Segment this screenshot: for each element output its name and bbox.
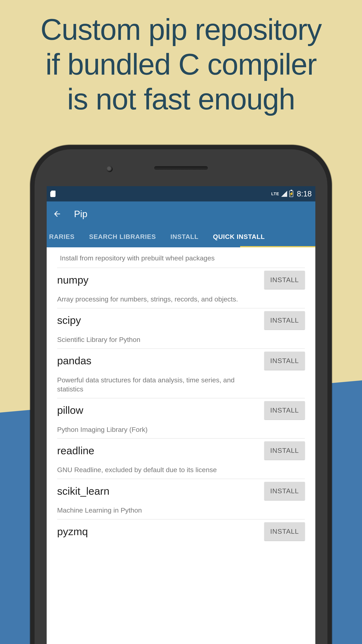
install-button[interactable]: INSTALL: [264, 311, 305, 330]
tab-install[interactable]: INSTALL: [163, 226, 206, 247]
sdcard-icon: [50, 190, 55, 197]
tab-quick-install[interactable]: QUICK INSTALL: [206, 226, 272, 247]
package-description: Scientific Library for Python: [57, 332, 254, 348]
install-button[interactable]: INSTALL: [264, 352, 305, 370]
package-name: pillow: [57, 404, 83, 416]
signal-icon: [281, 191, 287, 197]
app-bar: Pip: [47, 202, 315, 226]
page-title: Pip: [74, 208, 87, 219]
tab-bar: RARIES SEARCH LIBRARIES INSTALL QUICK IN…: [47, 226, 315, 247]
package-description: Array processing for numbers, strings, r…: [57, 291, 254, 308]
package-description: Powerful data structures for data analys…: [57, 372, 254, 398]
back-button[interactable]: [52, 209, 62, 219]
package-row: pandas INSTALL Powerful data structures …: [57, 349, 305, 398]
content-area: Install from repository with prebuilt wh…: [47, 247, 315, 542]
package-row: readline INSTALL GNU Readline, excluded …: [57, 438, 305, 479]
package-row: pyzmq INSTALL: [57, 520, 305, 542]
package-name: numpy: [57, 274, 88, 286]
phone-frame: LTE ⚡ 8:18 Pip RARIES SEARCH LIBRARIES I…: [30, 145, 332, 644]
package-description: GNU Readline, excluded by default due to…: [57, 462, 254, 479]
tab-libraries[interactable]: RARIES: [47, 226, 82, 247]
package-name: scikit_learn: [57, 485, 109, 497]
headline-line: is not fast enough: [67, 82, 295, 116]
package-row: numpy INSTALL Array processing for numbe…: [57, 268, 305, 308]
package-row: pillow INSTALL Python Imaging Library (F…: [57, 398, 305, 439]
clock-label: 8:18: [297, 190, 312, 198]
package-row: scikit_learn INSTALL Machine Learning in…: [57, 479, 305, 520]
phone-screen: LTE ⚡ 8:18 Pip RARIES SEARCH LIBRARIES I…: [47, 186, 315, 644]
package-name: pyzmq: [57, 526, 88, 538]
tab-label: INSTALL: [170, 233, 199, 240]
package-description: Python Imaging Library (Fork): [57, 422, 254, 438]
tab-label: QUICK INSTALL: [213, 233, 265, 240]
install-button[interactable]: INSTALL: [264, 441, 305, 460]
status-bar: LTE ⚡ 8:18: [47, 186, 315, 202]
battery-charging-icon: ⚡: [289, 190, 293, 197]
tab-indicator: [240, 246, 315, 247]
intro-text: Install from repository with prebuilt wh…: [57, 247, 305, 268]
phone-camera: [107, 166, 113, 172]
tab-label: RARIES: [49, 233, 75, 240]
tab-label: SEARCH LIBRARIES: [89, 233, 156, 240]
install-button[interactable]: INSTALL: [264, 271, 305, 289]
tab-search-libraries[interactable]: SEARCH LIBRARIES: [82, 226, 163, 247]
arrow-left-icon: [53, 210, 61, 218]
network-lte-label: LTE: [271, 192, 279, 196]
install-button[interactable]: INSTALL: [264, 522, 305, 540]
package-name: scipy: [57, 314, 81, 326]
install-button[interactable]: INSTALL: [264, 401, 305, 420]
headline-line: Custom pip repository: [40, 13, 321, 46]
headline-line: if bundled C compiler: [45, 48, 317, 81]
package-description: Machine Learning in Python: [57, 502, 254, 519]
marketing-headline: Custom pip repository if bundled C compi…: [0, 12, 362, 116]
phone-speaker: [154, 166, 208, 170]
package-name: readline: [57, 444, 94, 457]
package-row: scipy INSTALL Scientific Library for Pyt…: [57, 308, 305, 349]
package-name: pandas: [57, 354, 91, 367]
install-button[interactable]: INSTALL: [264, 482, 305, 500]
